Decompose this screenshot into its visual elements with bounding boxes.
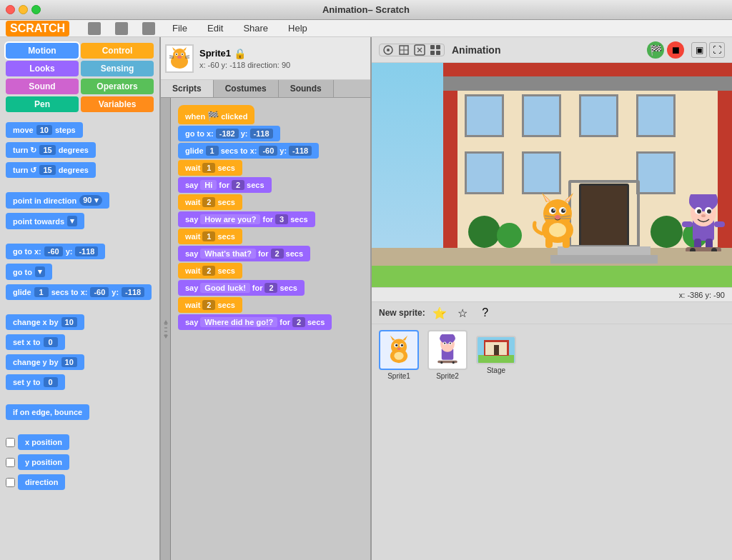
block-change-y[interactable]: change y by 10: [6, 354, 84, 370]
tabs: Scripts Costumes Sounds: [161, 80, 370, 98]
save-icon[interactable]: [115, 22, 128, 35]
script-block-say-goodluck[interactable]: say Good luck! for 2 secs: [178, 280, 305, 296]
block-if-edge[interactable]: if on edge, bounce: [6, 404, 89, 420]
globe-icon[interactable]: [88, 22, 101, 35]
category-control[interactable]: Control: [81, 43, 154, 59]
svg-rect-28: [436, 45, 440, 49]
block-goto-xy[interactable]: go to x: -60 y: -118: [6, 244, 105, 259]
new-sprite-upload[interactable]: ☆: [454, 304, 471, 321]
block-move-steps[interactable]: move 10 steps: [6, 122, 83, 138]
stop-button[interactable]: ⏹: [667, 41, 684, 59]
svg-marker-17: [164, 320, 168, 324]
sprite-thumb-sprite2[interactable]: Sprite2: [426, 330, 469, 380]
green-flag-button[interactable]: 🏁: [647, 41, 664, 59]
menu-file[interactable]: File: [168, 21, 192, 35]
svg-point-75: [401, 344, 403, 346]
script-group-main: when 🏁 clicked go to x: -182 y: -118 gli…: [178, 105, 363, 331]
script-block-wait4[interactable]: wait 2 secs: [178, 263, 242, 279]
block-set-y[interactable]: set y to 0: [6, 374, 65, 390]
block-y-position: y position: [6, 454, 154, 470]
category-motion[interactable]: Motion: [6, 43, 79, 59]
window-title: Animation– Scratch: [322, 4, 410, 15]
scripts-area-container: Sprite1 🔒 x: -60 y: -118 direction: 90 S…: [161, 37, 372, 560]
svg-rect-30: [436, 51, 440, 55]
svg-rect-49: [563, 237, 570, 248]
category-looks[interactable]: Looks: [6, 61, 79, 76]
sprite-thumbnails: Sprite1: [372, 324, 732, 560]
script-block-goto-xy[interactable]: go to x: -182 y: -118: [178, 126, 280, 141]
block-change-x[interactable]: change x by 10: [6, 314, 84, 330]
script-block-wait1[interactable]: wait 1 secs: [178, 160, 242, 176]
checkbox-x-position[interactable]: [6, 438, 15, 447]
svg-point-86: [440, 361, 442, 364]
block-point-direction[interactable]: point in direction 90 ▾: [6, 192, 109, 209]
tab-costumes[interactable]: Costumes: [214, 80, 279, 97]
category-pen[interactable]: Pen: [6, 96, 79, 112]
tab-scripts[interactable]: Scripts: [161, 80, 214, 97]
handle-bar[interactable]: [161, 98, 171, 560]
sprite-thumbnail: [165, 44, 194, 73]
sprite-coords: x: -60 y: -118 direction: 90: [199, 61, 290, 69]
sprite-thumb-sprite1[interactable]: Sprite1: [377, 330, 420, 380]
script-block-wait5[interactable]: wait 2 secs: [178, 297, 242, 313]
svg-point-5: [182, 54, 183, 55]
svg-marker-7: [183, 47, 187, 51]
categories: Motion Control Looks Sensing Sound Opera…: [0, 37, 159, 118]
stage-title: Animation: [452, 44, 640, 56]
block-glide[interactable]: glide 1 secs to x: -60 y: -118: [6, 284, 152, 300]
tab-sounds[interactable]: Sounds: [279, 80, 334, 97]
sprite-info: Sprite1 🔒 x: -60 y: -118 direction: 90: [161, 37, 370, 80]
block-direction: direction: [6, 474, 154, 490]
svg-marker-18: [164, 335, 168, 339]
script-block-wait2[interactable]: wait 2 secs: [178, 194, 242, 210]
block-turn-cw[interactable]: turn ↻ 15 degrees: [6, 142, 96, 158]
menu-help[interactable]: Help: [284, 21, 312, 35]
script-block-say-hi[interactable]: say Hi for 2 secs: [178, 177, 272, 193]
script-block-glide[interactable]: glide 1 secs to x: -60 y: -118: [178, 143, 319, 159]
script-block-when-flag[interactable]: when 🏁 clicked: [178, 105, 254, 124]
svg-marker-6: [172, 47, 176, 51]
sprite-controls: Sprite1 🔒 x: -60 y: -118 direction: 90: [199, 48, 290, 69]
new-sprite-paint[interactable]: ⭐: [431, 304, 448, 321]
script-block-wait3[interactable]: wait 1 secs: [178, 229, 242, 244]
category-variables[interactable]: Variables: [81, 96, 154, 112]
svg-marker-35: [543, 195, 550, 201]
category-sound[interactable]: Sound: [6, 79, 79, 94]
script-block-say-howareyou[interactable]: say How are you? for 3 secs: [178, 211, 315, 227]
menu-share[interactable]: Share: [239, 21, 272, 35]
sprite1-on-stage[interactable]: [529, 191, 586, 248]
sprite2-label: Sprite2: [436, 372, 459, 380]
svg-point-41: [553, 209, 555, 211]
svg-point-43: [555, 215, 560, 219]
block-x-position: x position: [6, 434, 154, 450]
maximize-button[interactable]: [31, 5, 41, 14]
checkbox-direction[interactable]: [6, 478, 15, 487]
camera-icon[interactable]: [142, 22, 155, 35]
sprite-thumb-stage[interactable]: Stage: [475, 336, 518, 380]
sprite-name: Sprite1: [199, 48, 231, 59]
scripts-scroll[interactable]: when 🏁 clicked go to x: -182 y: -118 gli…: [171, 98, 370, 560]
block-set-x[interactable]: set x to 0: [6, 334, 65, 350]
stage-view-buttons: ▣ ⛶: [691, 42, 725, 58]
stage-canvas: [372, 63, 732, 287]
menu-edit[interactable]: Edit: [203, 21, 227, 35]
view-fullscreen[interactable]: ⛶: [709, 42, 725, 58]
category-operators[interactable]: Operators: [81, 79, 154, 94]
close-button[interactable]: [6, 5, 15, 14]
sprite2-on-stage[interactable]: [682, 194, 725, 251]
stage-coords: x: -386 y: -90: [679, 291, 725, 299]
svg-point-76: [397, 348, 400, 350]
view-normal[interactable]: ▣: [691, 42, 707, 58]
main-area: Motion Control Looks Sensing Sound Opera…: [0, 37, 732, 560]
block-point-towards[interactable]: point towards ▾: [6, 213, 84, 229]
script-block-say-where[interactable]: say Where did he go!? for 2 secs: [178, 314, 332, 330]
svg-rect-62: [714, 221, 725, 227]
checkbox-y-position[interactable]: [6, 458, 15, 467]
minimize-button[interactable]: [19, 5, 28, 14]
titlebar: Animation– Scratch: [0, 0, 732, 20]
block-goto[interactable]: go to ▾: [6, 264, 52, 280]
script-block-say-whats[interactable]: say What's that? for 2 secs: [178, 246, 310, 261]
category-sensing[interactable]: Sensing: [81, 61, 154, 76]
block-turn-ccw[interactable]: turn ↺ 15 degrees: [6, 162, 96, 178]
new-sprite-random[interactable]: ?: [477, 304, 494, 321]
